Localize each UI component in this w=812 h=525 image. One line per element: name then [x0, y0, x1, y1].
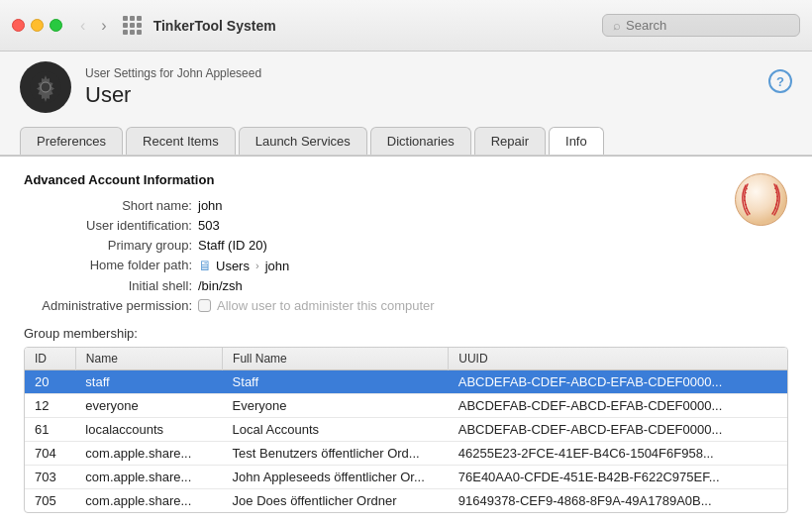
home-path-user: john	[265, 259, 290, 273]
cell-fullname: Staff	[223, 370, 449, 394]
group-membership-label: Group membership:	[24, 326, 788, 341]
home-path-users: Users	[216, 259, 250, 273]
user-id-label: User identification:	[24, 217, 192, 234]
user-subtitle: User Settings for John Appleseed	[85, 66, 755, 80]
main-content: Advanced Account Information Short name:…	[0, 156, 812, 525]
table-row[interactable]: 61localaccountsLocal AccountsABCDEFAB-CD…	[25, 418, 787, 442]
minimize-button[interactable]	[31, 19, 44, 32]
svg-point-2	[41, 82, 51, 92]
cell-name: localaccounts	[75, 418, 222, 442]
info-grid: Short name: john User identification: 50…	[24, 197, 788, 314]
header-area: User Settings for John Appleseed User ? …	[0, 52, 812, 156]
baseball-image	[734, 172, 788, 227]
search-icon: ⌕	[613, 18, 621, 33]
col-header-uuid: UUID	[449, 348, 787, 370]
help-button[interactable]: ?	[768, 69, 792, 93]
tab-recent-items[interactable]: Recent Items	[126, 127, 236, 155]
cell-id: 61	[25, 418, 75, 442]
cell-name: com.apple.share...	[75, 466, 222, 489]
cell-id: 12	[25, 394, 75, 418]
cell-fullname: John Appleseeds öffentlicher Or...	[223, 466, 449, 489]
home-folder-label: Home folder path:	[24, 257, 192, 274]
short-name-label: Short name:	[24, 197, 192, 214]
table-row[interactable]: 12everyoneEveryoneABCDEFAB-CDEF-ABCD-EFA…	[25, 394, 787, 418]
tab-info[interactable]: Info	[549, 127, 604, 155]
table-row[interactable]: 704com.apple.share...Test Benutzers öffe…	[25, 442, 787, 466]
group-table-wrapper: ID Name Full Name UUID 20staffStaffABCDE…	[24, 347, 788, 513]
cell-id: 703	[25, 466, 75, 489]
table-row[interactable]: 705com.apple.share...Joe Does öffentlich…	[25, 489, 787, 513]
back-button[interactable]: ‹	[76, 15, 89, 37]
cell-fullname: Everyone	[223, 394, 449, 418]
cell-name: com.apple.share...	[75, 442, 222, 466]
cell-fullname: Local Accounts	[223, 418, 449, 442]
primary-group-value: Staff (ID 20)	[198, 237, 788, 254]
folder-icon: 🖥	[198, 258, 212, 273]
table-row[interactable]: 703com.apple.share...John Appleseeds öff…	[25, 466, 787, 489]
tabs: Preferences Recent Items Launch Services…	[20, 127, 792, 155]
cell-id: 705	[25, 489, 75, 513]
cell-fullname: Joe Does öffentlicher Ordner	[223, 489, 449, 513]
table-header-row: ID Name Full Name UUID	[25, 348, 787, 370]
cell-uuid: ABCDEFAB-CDEF-ABCD-EFAB-CDEF0000...	[449, 370, 787, 394]
titlebar: ‹ › TinkerTool System ⌕	[0, 0, 812, 52]
avatar	[20, 61, 71, 113]
cell-id: 704	[25, 442, 75, 466]
cell-uuid: ABCDEFAB-CDEF-ABCD-EFAB-CDEF0000...	[449, 418, 787, 442]
cell-name: staff	[75, 370, 222, 394]
admin-checkbox[interactable]	[198, 299, 211, 312]
section-title: Advanced Account Information	[24, 172, 788, 187]
group-table-body: 20staffStaffABCDEFAB-CDEF-ABCD-EFAB-CDEF…	[25, 370, 787, 512]
gear-icon	[28, 69, 63, 105]
traffic-lights	[12, 19, 62, 32]
home-folder-value: 🖥 Users › john	[198, 257, 788, 274]
tab-dictionaries[interactable]: Dictionaries	[370, 127, 471, 155]
initial-shell-label: Initial shell:	[24, 277, 192, 294]
search-input[interactable]	[626, 18, 789, 33]
tab-preferences[interactable]: Preferences	[20, 127, 123, 155]
col-header-name: Name	[75, 348, 222, 370]
cell-id: 20	[25, 370, 75, 394]
maximize-button[interactable]	[50, 19, 62, 32]
table-scroll-area[interactable]: 20staffStaffABCDEFAB-CDEF-ABCD-EFAB-CDEF…	[25, 370, 787, 512]
user-info: User Settings for John Appleseed User	[85, 66, 755, 108]
group-table: ID Name Full Name UUID	[25, 348, 787, 370]
tab-launch-services[interactable]: Launch Services	[239, 127, 367, 155]
user-id-value: 503	[198, 217, 788, 234]
table-row[interactable]: 20staffStaffABCDEFAB-CDEF-ABCD-EFAB-CDEF…	[25, 370, 787, 394]
cell-uuid: 91649378-CEF9-4868-8F9A-49A1789A0B...	[449, 489, 787, 513]
cell-uuid: 46255E23-2FCE-41EF-B4C6-1504F6F958...	[449, 442, 787, 466]
search-bar[interactable]: ⌕	[602, 14, 800, 37]
cell-name: everyone	[75, 394, 222, 418]
col-header-fullname: Full Name	[223, 348, 449, 370]
cell-name: com.apple.share...	[75, 489, 222, 513]
close-button[interactable]	[12, 19, 25, 32]
app-title: TinkerTool System	[153, 18, 276, 34]
short-name-value: john	[198, 197, 788, 214]
cell-fullname: Test Benutzers öffentlicher Ord...	[223, 442, 449, 466]
path-separator: ›	[255, 260, 259, 271]
admin-checkbox-label: Allow user to administer this computer	[217, 298, 435, 313]
cell-uuid: 76E40AA0-CFDE-451E-B42B-F622C975EF...	[449, 466, 787, 489]
group-table-body: 20staffStaffABCDEFAB-CDEF-ABCD-EFAB-CDEF…	[25, 370, 787, 512]
initial-shell-value: /bin/zsh	[198, 277, 788, 294]
user-name: User	[85, 82, 755, 108]
admin-perm-label: Administrative permission:	[24, 297, 192, 314]
primary-group-label: Primary group:	[24, 237, 192, 254]
cell-uuid: ABCDEFAB-CDEF-ABCD-EFAB-CDEF0000...	[449, 394, 787, 418]
tab-repair[interactable]: Repair	[474, 127, 546, 155]
grid-icon	[123, 16, 142, 35]
forward-button[interactable]: ›	[97, 15, 110, 37]
col-header-id: ID	[25, 348, 75, 370]
admin-perm-value: Allow user to administer this computer	[198, 297, 788, 314]
user-row: User Settings for John Appleseed User ?	[20, 61, 792, 113]
